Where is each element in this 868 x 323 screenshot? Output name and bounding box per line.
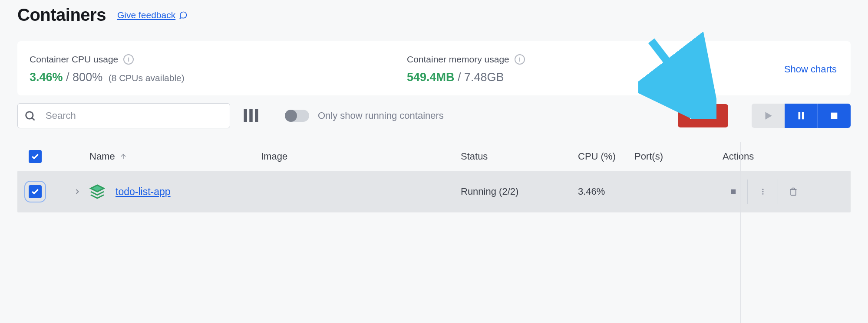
cpu-stat-value: 3.46% / 800% (8 CPUs available) [30, 71, 407, 84]
row-stop-button[interactable] [717, 179, 748, 204]
info-icon[interactable]: i [515, 54, 525, 65]
svg-rect-3 [249, 109, 253, 122]
svg-rect-11 [731, 189, 736, 194]
columns-button[interactable] [242, 107, 260, 124]
row-delete-button[interactable] [778, 179, 809, 204]
search-input[interactable] [46, 110, 224, 121]
running-only-label: Only show running containers [318, 110, 444, 121]
check-icon [31, 152, 40, 161]
svg-rect-2 [244, 109, 248, 122]
cell-status: Running (2/2) [461, 186, 578, 197]
row-actions [715, 179, 851, 204]
stop-button[interactable] [818, 104, 851, 128]
search-icon [24, 110, 36, 122]
expand-row[interactable] [65, 187, 89, 196]
column-actions: Actions [715, 151, 851, 162]
kebab-icon [759, 188, 767, 196]
chevron-right-icon [73, 187, 82, 196]
column-cpu[interactable]: CPU (%) [578, 151, 634, 162]
row-checkbox[interactable] [29, 185, 42, 198]
memory-stat-label: Container memory usage [407, 54, 509, 65]
svg-rect-6 [798, 112, 800, 120]
bulk-action-group [752, 104, 851, 128]
container-name-link[interactable]: todo-list-app [116, 186, 171, 198]
check-icon [31, 187, 40, 196]
sort-asc-icon [119, 153, 127, 160]
column-divider [740, 142, 741, 323]
cpu-stat-label: Container CPU usage [30, 54, 118, 65]
column-status[interactable]: Status [461, 151, 578, 162]
cpu-stat: Container CPU usage i 3.46% / 800% (8 CP… [30, 54, 407, 84]
search-box[interactable] [17, 103, 230, 128]
stop-icon [829, 111, 839, 121]
page-header: Containers Give feedback [17, 5, 851, 25]
info-icon[interactable]: i [123, 54, 134, 65]
delete-button[interactable]: Delete [678, 104, 728, 127]
toolbar: Only show running containers Delete [17, 103, 851, 130]
show-charts-link[interactable]: Show charts [784, 64, 837, 75]
stack-icon [89, 184, 105, 199]
stop-icon [729, 188, 737, 196]
svg-rect-4 [255, 109, 258, 122]
feedback-link-label: Give feedback [117, 10, 175, 20]
column-image[interactable]: Image [261, 151, 461, 162]
column-ports[interactable]: Port(s) [634, 151, 715, 162]
svg-line-1 [32, 118, 34, 120]
memory-stat: Container memory usage i 549.4MB / 7.48G… [407, 54, 784, 84]
pause-button[interactable] [785, 104, 818, 128]
cell-cpu: 3.46% [578, 186, 634, 197]
containers-table: Name Image Status CPU (%) Port(s) Action… [17, 142, 851, 212]
play-icon [762, 110, 774, 121]
trash-icon [789, 187, 798, 196]
toggle-knob [285, 110, 297, 122]
page-title: Containers [17, 5, 106, 25]
svg-point-12 [762, 189, 763, 190]
columns-icon [243, 109, 259, 122]
svg-point-13 [762, 191, 763, 192]
svg-rect-8 [831, 113, 838, 119]
running-only-toggle[interactable] [285, 110, 309, 122]
column-name[interactable]: Name [89, 151, 261, 162]
svg-marker-10 [91, 185, 104, 192]
svg-point-0 [26, 112, 33, 119]
svg-point-14 [762, 193, 763, 195]
table-header: Name Image Status CPU (%) Port(s) Action… [17, 142, 851, 171]
pause-icon [796, 111, 806, 121]
give-feedback-link[interactable]: Give feedback [117, 10, 188, 20]
svg-rect-7 [802, 112, 804, 120]
memory-stat-value: 549.4MB / 7.48GB [407, 71, 784, 84]
stats-card: Container CPU usage i 3.46% / 800% (8 CP… [17, 41, 851, 95]
start-button[interactable] [752, 104, 785, 128]
chat-icon [179, 11, 188, 20]
svg-marker-5 [766, 112, 772, 119]
select-all-checkbox[interactable] [29, 150, 42, 163]
table-row[interactable]: todo-list-app Running (2/2) 3.46% [17, 171, 851, 212]
row-more-button[interactable] [748, 179, 778, 204]
